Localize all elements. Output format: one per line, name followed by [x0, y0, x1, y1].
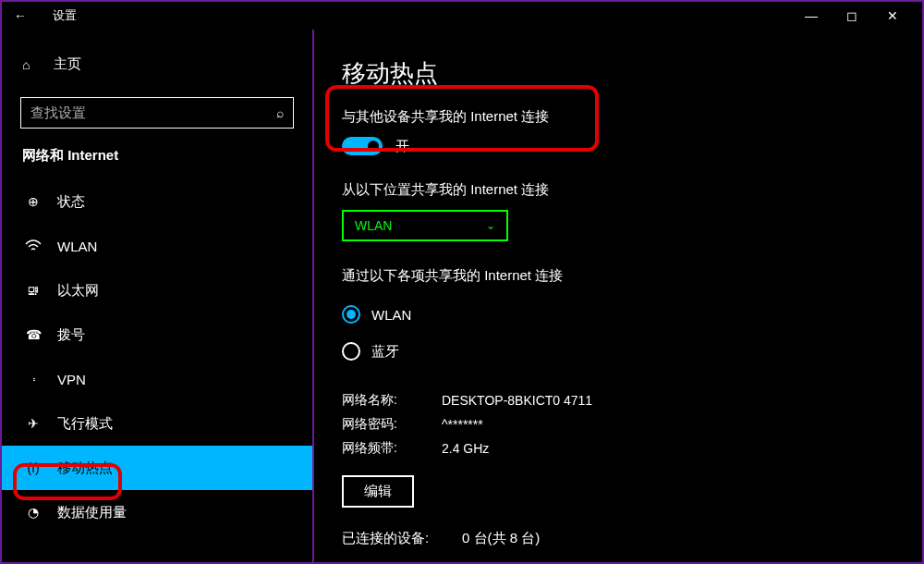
info-value: 2.4 GHz [442, 441, 489, 456]
sidebar-item-dialup[interactable]: ☎ 拨号 [2, 313, 312, 357]
sidebar-item-label: 拨号 [57, 326, 85, 344]
title-bar: ← 设置 — ◻ ✕ [2, 2, 922, 30]
sidebar-item-label: 状态 [57, 193, 85, 211]
share-toggle[interactable] [342, 137, 383, 155]
ethernet-icon: 🖳 [22, 283, 44, 298]
connected-value: 0 台(共 8 台) [462, 530, 540, 547]
search-icon: ⌕ [276, 105, 284, 120]
info-row-band: 网络频带: 2.4 GHz [342, 436, 894, 460]
globe-icon: ⊕ [22, 194, 44, 209]
sidebar: ⌂ 主页 查找设置 ⌕ 网络和 Internet ⊕ 状态 WLAN 🖳 以太网 [2, 30, 314, 562]
chevron-down-icon: ⌄ [486, 219, 495, 232]
category-title: 网络和 Internet [2, 147, 312, 179]
share-via-label: 通过以下各项共享我的 Internet 连接 [342, 267, 894, 285]
radio-button [342, 305, 360, 324]
sidebar-item-status[interactable]: ⊕ 状态 [2, 179, 312, 224]
edit-button-label: 编辑 [364, 483, 392, 498]
sidebar-item-label: 移动热点 [57, 460, 113, 477]
airplane-icon: ✈ [22, 416, 44, 431]
share-from-dropdown[interactable]: WLAN ⌄ [342, 210, 508, 241]
radio-option-wlan[interactable]: WLAN [342, 296, 894, 333]
vpn-icon: ༝ [22, 372, 44, 386]
toggle-state-label: 开 [395, 138, 409, 155]
nav-list: ⊕ 状态 WLAN 🖳 以太网 ☎ 拨号 ༝ VPN ✈ [2, 179, 312, 534]
sidebar-item-hotspot[interactable]: (ı) 移动热点 [2, 446, 312, 490]
home-label: 主页 [54, 55, 81, 73]
share-via-radio-group: WLAN 蓝牙 [342, 296, 894, 370]
info-key: 网络频带: [342, 440, 442, 457]
edit-button[interactable]: 编辑 [342, 475, 414, 508]
sidebar-item-label: 以太网 [57, 282, 99, 300]
info-key: 网络密码: [342, 416, 442, 433]
dialup-icon: ☎ [22, 327, 44, 342]
sidebar-item-label: VPN [57, 372, 86, 387]
radio-option-bluetooth[interactable]: 蓝牙 [342, 333, 894, 370]
hotspot-icon: (ı) [22, 460, 44, 475]
radio-button [342, 342, 360, 361]
maximize-button[interactable]: ◻ [832, 8, 872, 23]
main-content: 移动热点 与其他设备共享我的 Internet 连接 开 从以下位置共享我的 I… [314, 30, 922, 562]
network-info: 网络名称: DESKTOP-8BKICT0 4711 网络密码: ^******… [342, 388, 894, 460]
window-controls: — ◻ ✕ [791, 2, 913, 30]
sidebar-item-label: 数据使用量 [57, 504, 127, 521]
sidebar-item-vpn[interactable]: ༝ VPN [2, 357, 312, 401]
search-input[interactable]: 查找设置 ⌕ [20, 97, 294, 129]
sidebar-item-ethernet[interactable]: 🖳 以太网 [2, 268, 312, 313]
sidebar-item-datausage[interactable]: ◔ 数据使用量 [2, 490, 312, 534]
share-from-label: 从以下位置共享我的 Internet 连接 [342, 181, 894, 199]
dropdown-value: WLAN [355, 218, 392, 233]
back-button[interactable]: ← [11, 8, 30, 23]
sidebar-item-wlan[interactable]: WLAN [2, 224, 312, 268]
toggle-knob [368, 141, 379, 152]
radio-label: 蓝牙 [371, 343, 399, 361]
close-button[interactable]: ✕ [872, 8, 913, 23]
connected-key: 已连接的设备: [342, 530, 462, 547]
search-placeholder: 查找设置 [30, 104, 86, 122]
home-link[interactable]: ⌂ 主页 [2, 48, 312, 80]
info-row-name: 网络名称: DESKTOP-8BKICT0 4711 [342, 388, 894, 412]
sidebar-item-airplane[interactable]: ✈ 飞行模式 [2, 401, 312, 446]
data-usage-icon: ◔ [22, 505, 44, 520]
share-label: 与其他设备共享我的 Internet 连接 [342, 108, 894, 126]
minimize-button[interactable]: — [791, 8, 832, 23]
info-key: 网络名称: [342, 392, 442, 409]
sidebar-item-label: 飞行模式 [57, 415, 113, 433]
info-row-password: 网络密码: ^******* [342, 412, 894, 436]
info-value: DESKTOP-8BKICT0 4711 [442, 393, 592, 408]
window-title: 设置 [53, 7, 77, 24]
radio-label: WLAN [371, 307, 411, 323]
connected-devices-row: 已连接的设备: 0 台(共 8 台) [342, 530, 894, 547]
home-icon: ⌂ [22, 57, 44, 72]
sidebar-item-label: WLAN [57, 239, 97, 254]
info-value: ^******* [442, 417, 483, 432]
wifi-icon [22, 239, 44, 252]
page-title: 移动热点 [342, 57, 894, 90]
